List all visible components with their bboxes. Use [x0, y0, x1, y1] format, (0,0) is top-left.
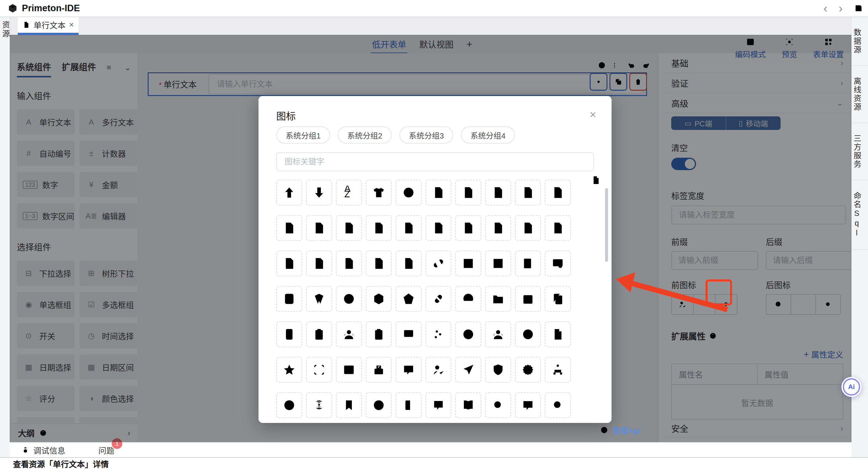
nav-forward-button[interactable]: ›	[839, 2, 843, 14]
grid-icon-file[interactable]	[336, 250, 362, 276]
grid-icon-send[interactable]	[455, 357, 481, 383]
icon-picker-modal: 图标 × 系统分组1系统分组2系统分组3系统分组4	[258, 96, 612, 423]
rail-item-离线资源[interactable]: 离线资源	[851, 66, 868, 123]
grid-icon-file[interactable]	[396, 250, 422, 276]
rail-item-命名Sql[interactable]: 命名Sql	[851, 181, 868, 250]
grid-icon-clock[interactable]	[455, 321, 481, 347]
grid-icon-photo[interactable]	[336, 357, 362, 383]
icon-group-tabs: 系统分组1系统分组2系统分组3系统分组4	[276, 126, 515, 144]
grid-icon-file[interactable]	[545, 180, 571, 206]
grid-icon-file[interactable]	[515, 215, 541, 241]
grid-icon-message-lines[interactable]	[426, 392, 452, 418]
grid-icon-copy-list[interactable]	[545, 286, 571, 312]
status-bar: 查看资源「单行文本」详情	[0, 457, 868, 469]
file-page-icon[interactable]	[591, 175, 601, 185]
grid-icon-monitor[interactable]	[396, 321, 422, 347]
ai-assistant-button[interactable]: Ai	[841, 377, 862, 397]
grid-icon-gem[interactable]	[396, 286, 422, 312]
rail-item-数据源[interactable]: 数据源	[851, 17, 868, 66]
grid-icon-sitemap[interactable]	[545, 357, 571, 383]
grid-icon-file[interactable]	[455, 180, 481, 206]
grid-icon-podcast[interactable]	[306, 392, 332, 418]
grid-icon-play-fill[interactable]	[515, 321, 541, 347]
grid-icon-logout[interactable]	[396, 392, 422, 418]
grid-icon-arrow-down[interactable]	[306, 180, 332, 206]
grid-icon-square[interactable]	[485, 250, 511, 276]
grid-icon-message-circle[interactable]	[515, 392, 541, 418]
grid-icon-file[interactable]	[426, 180, 452, 206]
debug-info-button[interactable]: 调试信息	[21, 444, 65, 456]
tab-single-line-text[interactable]: 单行文本 ×	[18, 17, 79, 33]
grid-icon-doc[interactable]	[545, 321, 571, 347]
group-tab-系统分组3[interactable]: 系统分组3	[399, 126, 453, 144]
grid-icon-search[interactable]	[485, 392, 511, 418]
grid-icon-file-text[interactable]	[366, 215, 392, 241]
grid-icon-play-search[interactable]	[545, 392, 571, 418]
grid-icon-phone-list[interactable]	[276, 321, 302, 347]
grid-icon-book[interactable]	[455, 392, 481, 418]
problems-button[interactable]: 问题 1	[86, 444, 114, 456]
grid-icon-link[interactable]	[426, 286, 452, 312]
grid-icon-message-dots[interactable]	[396, 357, 422, 383]
grid-icon-file[interactable]	[515, 180, 541, 206]
grid-icon-file-text[interactable]	[396, 215, 422, 241]
grid-icon-user-check[interactable]	[426, 357, 452, 383]
document-tab-bar: 单行文本 ×	[10, 17, 851, 35]
grid-icon-file-image[interactable]	[366, 250, 392, 276]
grid-icon-link-broken[interactable]	[426, 250, 452, 276]
rail-item-resources[interactable]: 资源	[0, 21, 11, 38]
grid-icon-shield[interactable]	[485, 357, 511, 383]
grid-icon-star[interactable]	[276, 357, 302, 383]
status-text: 查看资源「单行文本」详情	[13, 458, 109, 469]
grid-icon-users[interactable]	[485, 321, 511, 347]
grid-icon-file-text[interactable]	[276, 215, 302, 241]
grid-icon-file[interactable]	[485, 215, 511, 241]
grid-icon-file-text[interactable]	[545, 215, 571, 241]
grid-icon-sort-az[interactable]	[336, 180, 362, 206]
grid-icon-tshirt[interactable]	[366, 180, 392, 206]
grid-icon-file[interactable]	[306, 215, 332, 241]
grid-icon-clock[interactable]	[276, 392, 302, 418]
grid-icon-ban[interactable]	[366, 392, 392, 418]
grid-icon-inbox-check[interactable]	[366, 357, 392, 383]
grid-icon-file[interactable]	[455, 215, 481, 241]
grid-icon-shape[interactable]	[306, 286, 332, 312]
grid-icon-badge-check[interactable]	[515, 357, 541, 383]
grid-icon-user-clock[interactable]	[336, 321, 362, 347]
group-tab-系统分组1[interactable]: 系统分组1	[276, 126, 330, 144]
grid-icon-file[interactable]	[485, 180, 511, 206]
grid-icon-square[interactable]	[455, 250, 481, 276]
grid-icon-file[interactable]	[306, 250, 332, 276]
grid-icon-file[interactable]	[276, 250, 302, 276]
view-api-link[interactable]: 查看Api	[600, 424, 641, 436]
grid-icon-notebook[interactable]	[515, 250, 541, 276]
grid-icon-folder-list[interactable]	[485, 286, 511, 312]
modal-close-icon[interactable]: ×	[590, 109, 596, 120]
nav-back-button[interactable]: ‹	[824, 2, 827, 14]
grid-icon-clipboard-clock[interactable]	[366, 321, 392, 347]
list-icon	[86, 446, 95, 455]
grid-icon-screen-gear[interactable]	[545, 250, 571, 276]
grid-icon-yen-card[interactable]	[276, 286, 302, 312]
primeton-ide-window: Primeton-IDE ‹ › 单行文本 × 资源 数据源离线资源三方服务命名…	[0, 0, 868, 469]
grid-icon-file-text[interactable]	[336, 215, 362, 241]
grid-icon-file[interactable]	[426, 215, 452, 241]
grid-icon-arrow-up[interactable]	[276, 180, 302, 206]
grid-icon-bookmark-plus[interactable]	[336, 392, 362, 418]
grid-icon-hexagon[interactable]	[366, 286, 392, 312]
save-icon[interactable]	[854, 4, 863, 13]
grid-icon-play-circle[interactable]	[396, 180, 422, 206]
group-tab-系统分组4[interactable]: 系统分组4	[461, 126, 515, 144]
group-tab-系统分组2[interactable]: 系统分组2	[338, 126, 392, 144]
grid-icon-sliders[interactable]	[426, 321, 452, 347]
rail-item-三方服务[interactable]: 三方服务	[851, 123, 868, 181]
grid-icon-gauge[interactable]	[455, 286, 481, 312]
grid-icon-clipboard[interactable]	[306, 321, 332, 347]
grid-icon-wave-circle[interactable]	[336, 286, 362, 312]
tab-close-icon[interactable]: ×	[69, 20, 74, 30]
grid-icon-calendar[interactable]	[515, 286, 541, 312]
icon-search-input[interactable]	[276, 152, 594, 171]
modal-title: 图标	[276, 108, 296, 123]
modal-scrollbar[interactable]	[605, 185, 608, 421]
grid-icon-scan[interactable]	[306, 357, 332, 383]
